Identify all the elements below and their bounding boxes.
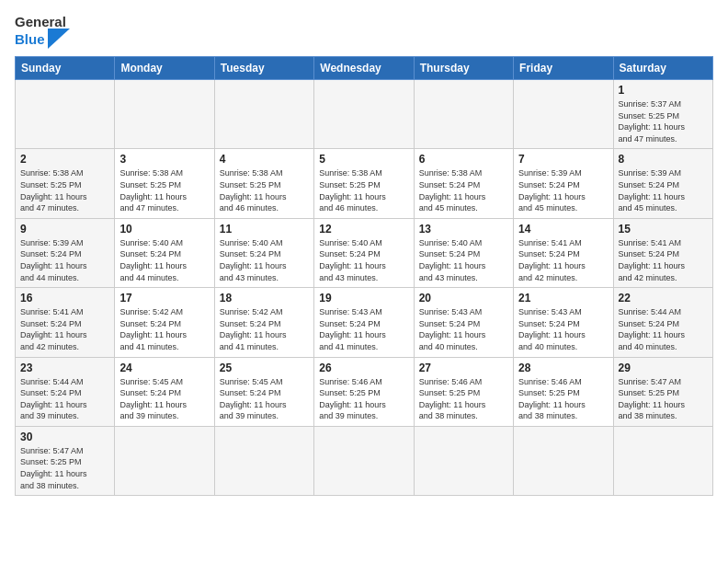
calendar-cell: 25Sunrise: 5:45 AM Sunset: 5:24 PM Dayli… bbox=[214, 357, 313, 426]
day-number: 24 bbox=[119, 362, 209, 374]
day-number: 11 bbox=[220, 223, 309, 236]
calendar-body: 1Sunrise: 5:37 AM Sunset: 5:25 PM Daylig… bbox=[16, 80, 713, 496]
day-number: 27 bbox=[419, 362, 508, 374]
day-number: 22 bbox=[619, 292, 708, 304]
calendar-cell: 1Sunrise: 5:37 AM Sunset: 5:25 PM Daylig… bbox=[613, 80, 712, 149]
day-number: 26 bbox=[319, 362, 408, 374]
day-number: 28 bbox=[518, 362, 608, 374]
day-number: 3 bbox=[119, 153, 209, 166]
svg-marker-0 bbox=[48, 29, 70, 49]
day-info: Sunrise: 5:37 AM Sunset: 5:25 PM Dayligh… bbox=[619, 98, 708, 144]
calendar-cell: 27Sunrise: 5:46 AM Sunset: 5:25 PM Dayli… bbox=[414, 357, 513, 426]
calendar-cell bbox=[314, 426, 414, 495]
day-info: Sunrise: 5:38 AM Sunset: 5:25 PM Dayligh… bbox=[20, 167, 109, 213]
calendar-cell: 21Sunrise: 5:43 AM Sunset: 5:24 PM Dayli… bbox=[514, 288, 613, 357]
calendar-cell: 16Sunrise: 5:41 AM Sunset: 5:24 PM Dayli… bbox=[16, 288, 115, 357]
day-info: Sunrise: 5:38 AM Sunset: 5:25 PM Dayligh… bbox=[319, 167, 408, 213]
calendar-row: 23Sunrise: 5:44 AM Sunset: 5:24 PM Dayli… bbox=[16, 357, 713, 426]
day-info: Sunrise: 5:39 AM Sunset: 5:24 PM Dayligh… bbox=[20, 237, 109, 283]
calendar-cell: 13Sunrise: 5:40 AM Sunset: 5:24 PM Dayli… bbox=[414, 218, 513, 287]
day-info: Sunrise: 5:38 AM Sunset: 5:25 PM Dayligh… bbox=[119, 167, 209, 213]
logo-general-text: General bbox=[15, 15, 66, 29]
day-info: Sunrise: 5:41 AM Sunset: 5:24 PM Dayligh… bbox=[619, 237, 708, 283]
day-info: Sunrise: 5:47 AM Sunset: 5:25 PM Dayligh… bbox=[20, 445, 109, 491]
calendar-cell bbox=[514, 426, 613, 495]
calendar-cell: 6Sunrise: 5:38 AM Sunset: 5:24 PM Daylig… bbox=[414, 149, 513, 218]
day-number: 1 bbox=[619, 84, 708, 97]
calendar-cell bbox=[115, 426, 214, 495]
calendar-cell bbox=[613, 426, 712, 495]
day-info: Sunrise: 5:38 AM Sunset: 5:24 PM Dayligh… bbox=[419, 167, 508, 213]
day-info: Sunrise: 5:40 AM Sunset: 5:24 PM Dayligh… bbox=[119, 237, 209, 283]
calendar-cell bbox=[16, 80, 115, 149]
calendar-cell: 24Sunrise: 5:45 AM Sunset: 5:24 PM Dayli… bbox=[115, 357, 214, 426]
day-info: Sunrise: 5:39 AM Sunset: 5:24 PM Dayligh… bbox=[619, 167, 708, 213]
calendar-cell bbox=[314, 80, 414, 149]
day-info: Sunrise: 5:40 AM Sunset: 5:24 PM Dayligh… bbox=[319, 237, 408, 283]
day-number: 29 bbox=[619, 362, 708, 374]
calendar-cell: 17Sunrise: 5:42 AM Sunset: 5:24 PM Dayli… bbox=[115, 288, 214, 357]
day-number: 20 bbox=[419, 292, 508, 304]
day-info: Sunrise: 5:42 AM Sunset: 5:24 PM Dayligh… bbox=[220, 306, 309, 352]
calendar-cell: 26Sunrise: 5:46 AM Sunset: 5:25 PM Dayli… bbox=[314, 357, 414, 426]
calendar-cell bbox=[414, 80, 513, 149]
calendar-cell: 10Sunrise: 5:40 AM Sunset: 5:24 PM Dayli… bbox=[115, 218, 214, 287]
day-number: 25 bbox=[220, 362, 309, 374]
calendar-cell: 8Sunrise: 5:39 AM Sunset: 5:24 PM Daylig… bbox=[613, 149, 712, 218]
day-number: 2 bbox=[20, 153, 109, 166]
calendar-cell: 14Sunrise: 5:41 AM Sunset: 5:24 PM Dayli… bbox=[514, 218, 613, 287]
calendar: SundayMondayTuesdayWednesdayThursdayFrid… bbox=[15, 56, 713, 496]
calendar-cell: 4Sunrise: 5:38 AM Sunset: 5:25 PM Daylig… bbox=[214, 149, 313, 218]
day-number: 16 bbox=[20, 292, 109, 304]
day-number: 6 bbox=[419, 153, 508, 166]
day-info: Sunrise: 5:39 AM Sunset: 5:24 PM Dayligh… bbox=[518, 167, 608, 213]
calendar-cell bbox=[214, 80, 313, 149]
weekday-header-saturday: Saturday bbox=[613, 57, 712, 80]
day-info: Sunrise: 5:44 AM Sunset: 5:24 PM Dayligh… bbox=[619, 306, 708, 352]
day-info: Sunrise: 5:45 AM Sunset: 5:24 PM Dayligh… bbox=[220, 376, 309, 422]
calendar-row: 16Sunrise: 5:41 AM Sunset: 5:24 PM Dayli… bbox=[16, 288, 713, 357]
day-number: 4 bbox=[220, 153, 309, 166]
calendar-cell: 15Sunrise: 5:41 AM Sunset: 5:24 PM Dayli… bbox=[613, 218, 712, 287]
weekday-header-sunday: Sunday bbox=[16, 57, 115, 80]
day-number: 19 bbox=[319, 292, 408, 304]
calendar-cell: 29Sunrise: 5:47 AM Sunset: 5:25 PM Dayli… bbox=[613, 357, 712, 426]
calendar-cell bbox=[214, 426, 313, 495]
calendar-cell: 3Sunrise: 5:38 AM Sunset: 5:25 PM Daylig… bbox=[115, 149, 214, 218]
calendar-cell: 19Sunrise: 5:43 AM Sunset: 5:24 PM Dayli… bbox=[314, 288, 414, 357]
calendar-cell: 18Sunrise: 5:42 AM Sunset: 5:24 PM Dayli… bbox=[214, 288, 313, 357]
day-info: Sunrise: 5:41 AM Sunset: 5:24 PM Dayligh… bbox=[518, 237, 608, 283]
day-number: 9 bbox=[20, 223, 109, 236]
day-info: Sunrise: 5:44 AM Sunset: 5:24 PM Dayligh… bbox=[20, 376, 109, 422]
weekday-header-thursday: Thursday bbox=[414, 57, 513, 80]
calendar-cell bbox=[115, 80, 214, 149]
day-info: Sunrise: 5:43 AM Sunset: 5:24 PM Dayligh… bbox=[518, 306, 608, 352]
day-info: Sunrise: 5:46 AM Sunset: 5:25 PM Dayligh… bbox=[419, 376, 508, 422]
calendar-cell: 20Sunrise: 5:43 AM Sunset: 5:24 PM Dayli… bbox=[414, 288, 513, 357]
weekday-header-wednesday: Wednesday bbox=[314, 57, 414, 80]
day-number: 7 bbox=[518, 153, 608, 166]
day-number: 23 bbox=[20, 362, 109, 374]
day-info: Sunrise: 5:45 AM Sunset: 5:24 PM Dayligh… bbox=[119, 376, 209, 422]
day-number: 18 bbox=[220, 292, 309, 304]
day-number: 21 bbox=[518, 292, 608, 304]
calendar-row: 9Sunrise: 5:39 AM Sunset: 5:24 PM Daylig… bbox=[16, 218, 713, 287]
day-number: 30 bbox=[20, 431, 109, 443]
calendar-cell: 23Sunrise: 5:44 AM Sunset: 5:24 PM Dayli… bbox=[16, 357, 115, 426]
weekday-header-friday: Friday bbox=[514, 57, 613, 80]
calendar-cell: 30Sunrise: 5:47 AM Sunset: 5:25 PM Dayli… bbox=[16, 426, 115, 495]
day-info: Sunrise: 5:43 AM Sunset: 5:24 PM Dayligh… bbox=[419, 306, 508, 352]
calendar-cell: 7Sunrise: 5:39 AM Sunset: 5:24 PM Daylig… bbox=[514, 149, 613, 218]
day-info: Sunrise: 5:46 AM Sunset: 5:25 PM Dayligh… bbox=[319, 376, 408, 422]
day-info: Sunrise: 5:43 AM Sunset: 5:24 PM Dayligh… bbox=[319, 306, 408, 352]
weekday-header-monday: Monday bbox=[115, 57, 214, 80]
day-number: 15 bbox=[619, 223, 708, 236]
day-number: 12 bbox=[319, 223, 408, 236]
day-info: Sunrise: 5:47 AM Sunset: 5:25 PM Dayligh… bbox=[619, 376, 708, 422]
logo-blue-text: Blue bbox=[15, 32, 45, 46]
day-info: Sunrise: 5:40 AM Sunset: 5:24 PM Dayligh… bbox=[220, 237, 309, 283]
calendar-cell bbox=[514, 80, 613, 149]
day-number: 5 bbox=[319, 153, 408, 166]
day-info: Sunrise: 5:40 AM Sunset: 5:24 PM Dayligh… bbox=[419, 237, 508, 283]
day-number: 8 bbox=[619, 153, 708, 166]
